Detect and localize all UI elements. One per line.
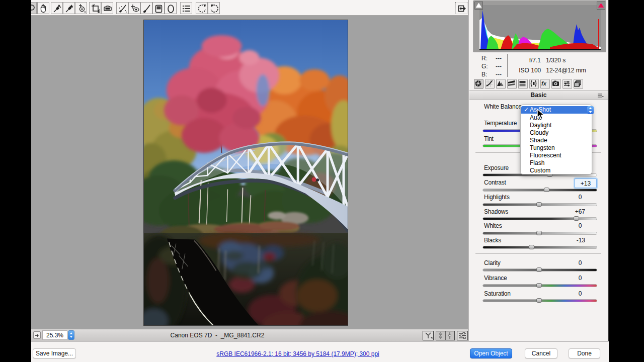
svg-text:fx: fx (541, 80, 547, 86)
